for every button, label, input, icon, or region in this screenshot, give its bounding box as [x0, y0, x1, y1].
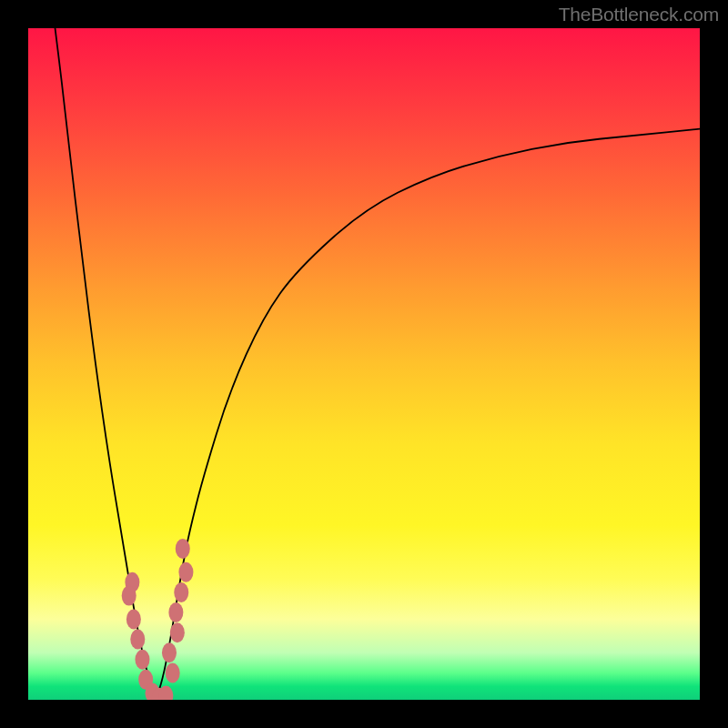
data-marker — [122, 586, 136, 606]
marker-cluster-right — [162, 539, 193, 683]
chart-svg — [28, 28, 700, 700]
chart-frame: TheBottleneck.com — [0, 0, 728, 728]
watermark-text: TheBottleneck.com — [559, 4, 719, 25]
data-marker — [158, 686, 173, 700]
curve-left-branch — [56, 28, 157, 700]
data-marker — [170, 622, 185, 642]
plot-area — [28, 28, 700, 700]
data-marker — [126, 609, 141, 629]
data-marker — [174, 582, 188, 602]
curve-right-branch — [156, 129, 700, 700]
data-marker — [168, 602, 183, 622]
data-marker — [130, 630, 145, 650]
data-marker — [166, 662, 180, 682]
data-marker — [162, 642, 177, 662]
data-marker — [178, 562, 193, 582]
marker-cluster-left — [122, 572, 174, 700]
data-marker — [176, 539, 190, 559]
data-marker — [135, 650, 149, 670]
